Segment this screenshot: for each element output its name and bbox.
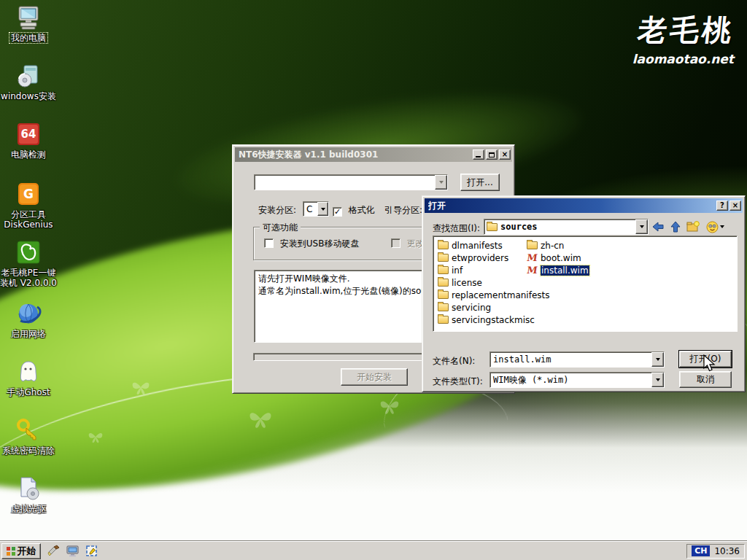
- desktop-icon-manual-ghost[interactable]: 手动Ghost: [0, 359, 57, 397]
- wim-path-combobox[interactable]: [254, 174, 448, 190]
- ghost-icon: [15, 359, 42, 385]
- folder-icon: [438, 279, 449, 287]
- folder-icon: [438, 241, 449, 249]
- maximize-button[interactable]: [486, 149, 498, 160]
- list-item-folder[interactable]: etwproviders: [438, 252, 508, 263]
- chevron-down-icon[interactable]: [317, 202, 328, 216]
- start-label: 开始: [18, 545, 36, 558]
- pc-check-64-icon: 64: [15, 121, 42, 147]
- open-file-dialog: 打开 ? × 查找范围(I): sources dlmanifests etwp…: [422, 195, 746, 392]
- list-item-folder[interactable]: zh-cn: [527, 240, 564, 251]
- view-menu-icon[interactable]: [705, 220, 724, 233]
- desktop-icon-label: 启用网络: [0, 329, 57, 339]
- desktop-icon-label: windows安装: [0, 91, 57, 101]
- desktop-icon-password-clear[interactable]: 系统密码清除: [0, 417, 57, 456]
- mouse-cursor: [703, 354, 716, 373]
- desktop-icon-windows-install[interactable]: windows安装: [0, 63, 57, 101]
- desktop-icon-label: 手动Ghost: [0, 387, 57, 397]
- laomaotao-logo: 老毛桃 laomaotao.net: [632, 10, 734, 66]
- chevron-down-icon[interactable]: [435, 175, 447, 190]
- file-name-label: 文件名(N):: [433, 355, 475, 368]
- install-partition-label: 安装分区:: [258, 204, 296, 217]
- usb-install-checkbox[interactable]: 安装到USB移动硬盘: [264, 238, 359, 250]
- clock[interactable]: 10:36: [714, 546, 740, 556]
- file-name-combobox[interactable]: install.wim: [489, 351, 665, 368]
- list-item-wim-file-selected[interactable]: Minstall.wim: [527, 265, 589, 276]
- checkbox-disabled-icon: [391, 238, 400, 248]
- quick-launch-sweep-icon[interactable]: [47, 545, 60, 558]
- format-checkbox[interactable]: ✓ 格式化: [333, 204, 375, 217]
- file-type-combobox[interactable]: WIM映像 (*.wim): [489, 372, 665, 388]
- nt6-title-bar[interactable]: NT6快捷安装器 v1.1 build0301 ×: [235, 147, 512, 162]
- desktop-icon-enable-network[interactable]: 启用网络: [0, 300, 57, 339]
- list-item-folder[interactable]: servicing: [438, 302, 491, 313]
- folder-open-icon: [487, 223, 498, 231]
- cancel-button[interactable]: 取消: [679, 371, 732, 388]
- logo-title: 老毛桃: [630, 10, 736, 50]
- quick-launch-display-icon[interactable]: [66, 545, 79, 558]
- desktop-icon-diskgenius[interactable]: G 分区工具DiskGenius: [0, 181, 57, 230]
- start-button[interactable]: 开始: [1, 543, 41, 559]
- install-partition-combobox[interactable]: C: [303, 201, 329, 217]
- list-item-folder[interactable]: dlmanifests: [438, 240, 503, 251]
- nt6-open-button[interactable]: 打开...: [460, 174, 500, 191]
- desktop-icon-label: 虚拟光驱: [0, 504, 57, 514]
- look-in-label: 查找范围(I):: [433, 222, 480, 235]
- desktop-icon-label: 我的电脑: [0, 33, 57, 43]
- desktop-icon-label: 分区工具DiskGenius: [0, 209, 57, 230]
- cd-install-icon: [15, 63, 42, 89]
- desktop-icon-label: 老毛桃PE一键装机 V2.0.0.0: [0, 268, 57, 288]
- language-indicator[interactable]: CH: [692, 545, 710, 556]
- desktop-icon-label: 电脑检测: [0, 149, 57, 160]
- virtual-drive-icon: [15, 475, 42, 502]
- start-install-button[interactable]: 开始安装: [341, 368, 408, 386]
- checkbox-unchecked-icon[interactable]: [264, 238, 274, 248]
- key-icon: [15, 417, 42, 443]
- desktop-icon-my-computer[interactable]: 我的电脑: [0, 4, 57, 43]
- laomaotao-pe-icon: [15, 239, 42, 265]
- look-in-value: sources: [500, 222, 538, 232]
- partition-value: C: [303, 204, 312, 214]
- diskgenius-badge: G: [17, 182, 40, 206]
- file-list[interactable]: dlmanifests etwproviders inf license rep…: [433, 236, 738, 332]
- file-type-value: WIM映像 (*.wim): [490, 374, 568, 386]
- chevron-down-icon[interactable]: [635, 219, 648, 234]
- chevron-down-icon[interactable]: [651, 373, 664, 387]
- close-button[interactable]: ×: [499, 149, 511, 160]
- list-item-folder[interactable]: servicingstackmisc: [438, 314, 535, 325]
- list-item-folder[interactable]: inf: [438, 265, 462, 276]
- desktop-icon-laomaotao-pe[interactable]: 老毛桃PE一键装机 V2.0.0.0: [0, 239, 57, 288]
- open-dialog-title: 打开: [428, 200, 715, 212]
- logo-subtitle: laomaotao.net: [632, 52, 734, 66]
- butterfly-decoration: [379, 397, 400, 415]
- list-item-wim-file[interactable]: Mboot.wim: [527, 252, 581, 263]
- new-folder-icon[interactable]: [686, 220, 700, 233]
- list-item-folder[interactable]: replacementmanifests: [438, 289, 550, 300]
- system-tray[interactable]: CH 10:36: [686, 544, 745, 559]
- desktop-icon-virtual-drive[interactable]: 虚拟光驱: [0, 475, 57, 514]
- desktop-icon-pc-check[interactable]: 64 电脑检测: [0, 121, 57, 160]
- file-type-label: 文件类型(T):: [433, 376, 483, 388]
- butterfly-decoration: [248, 408, 273, 429]
- quick-launch-desktop-icon[interactable]: [85, 545, 98, 558]
- format-label: 格式化: [349, 205, 375, 215]
- back-icon[interactable]: [651, 220, 665, 233]
- help-button[interactable]: ?: [716, 201, 728, 211]
- minimize-button[interactable]: [473, 149, 484, 160]
- boot-partition-label: 引导分区:: [384, 204, 422, 217]
- file-name-value: install.wim: [490, 354, 551, 365]
- chevron-down-icon[interactable]: [651, 352, 664, 367]
- list-item-folder[interactable]: license: [438, 277, 482, 288]
- usb-install-label: 安装到USB移动硬盘: [280, 238, 360, 249]
- network-globe-icon: [15, 300, 42, 327]
- start-logo-icon: [7, 547, 15, 556]
- look-in-combobox[interactable]: sources: [484, 219, 649, 235]
- open-dialog-title-bar[interactable]: 打开 ? ×: [425, 198, 743, 213]
- folder-icon: [438, 254, 449, 262]
- diskgenius-icon: G: [15, 181, 42, 207]
- nt6-window-title: NT6快捷安装器 v1.1 build0301: [239, 149, 471, 161]
- up-folder-icon[interactable]: [669, 220, 682, 233]
- checkbox-checked-icon[interactable]: ✓: [333, 207, 342, 217]
- butterfly-decoration: [88, 430, 104, 443]
- close-button[interactable]: ×: [729, 201, 741, 211]
